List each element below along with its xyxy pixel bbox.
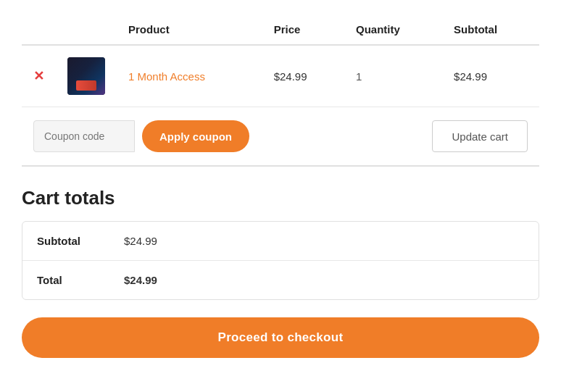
- product-quantity: 1: [356, 70, 362, 83]
- proceed-to-checkout-button[interactable]: Proceed to checkout: [22, 317, 539, 358]
- coupon-row: Apply coupon Update cart: [22, 107, 539, 167]
- product-subtotal: $24.99: [454, 70, 487, 83]
- subtotal-value: $24.99: [124, 235, 157, 247]
- total-label: Total: [37, 274, 124, 286]
- col-header-quantity: Quantity: [344, 14, 442, 45]
- product-image: [67, 57, 105, 95]
- product-name-link[interactable]: 1 Month Access: [128, 70, 205, 83]
- coupon-input[interactable]: [33, 120, 135, 152]
- update-cart-button[interactable]: Update cart: [432, 120, 528, 152]
- checkout-button-wrapper: Proceed to checkout: [22, 317, 539, 358]
- cart-totals-title: Cart totals: [22, 187, 539, 209]
- col-header-price: Price: [262, 14, 344, 45]
- col-header-remove: [22, 14, 56, 45]
- col-header-product: Product: [117, 14, 262, 45]
- remove-item-button[interactable]: ✕: [33, 70, 44, 83]
- cart-table: Product Price Quantity Subtotal ✕ 1 Mont…: [22, 14, 539, 107]
- total-row: Total $24.99: [22, 261, 539, 299]
- coupon-left: Apply coupon: [33, 120, 249, 152]
- product-price: $24.99: [274, 70, 307, 83]
- cart-totals-section: Cart totals Subtotal $24.99 Total $24.99: [22, 187, 539, 300]
- total-value: $24.99: [124, 274, 157, 286]
- table-row: ✕ 1 Month Access $24.99 1 $24.99: [22, 45, 539, 107]
- col-header-image: [56, 14, 117, 45]
- col-header-subtotal: Subtotal: [442, 14, 539, 45]
- subtotal-label: Subtotal: [37, 235, 124, 247]
- subtotal-row: Subtotal $24.99: [22, 222, 539, 261]
- totals-box: Subtotal $24.99 Total $24.99: [22, 221, 539, 300]
- apply-coupon-button[interactable]: Apply coupon: [142, 120, 249, 152]
